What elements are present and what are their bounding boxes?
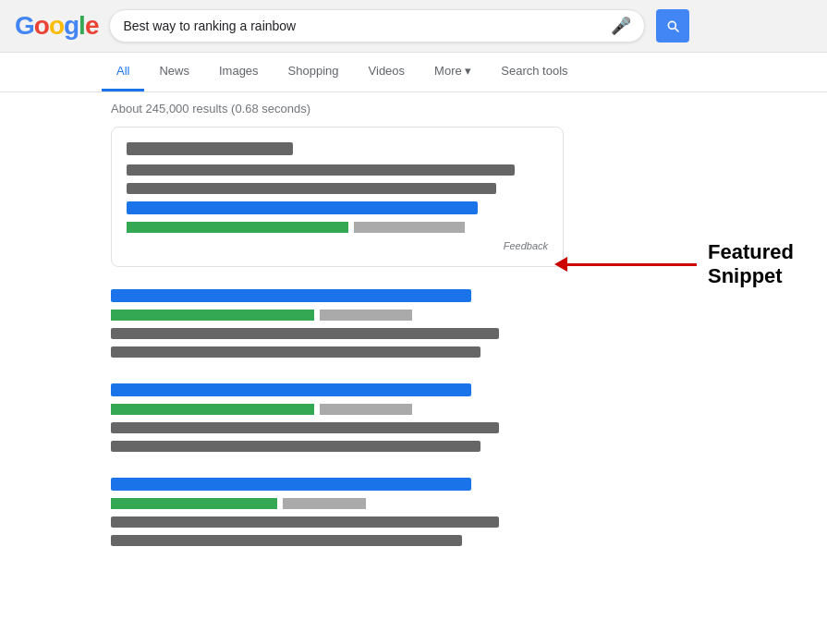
search-bar: 🎤: [109, 9, 645, 43]
result-3-desc-1: [111, 516, 499, 528]
result-2-title[interactable]: [111, 383, 471, 396]
featured-snippet-annotation: Featured Snippet: [554, 240, 827, 288]
result-3-title[interactable]: [111, 478, 471, 491]
tab-videos[interactable]: Videos: [354, 53, 420, 91]
result-1-url: [111, 310, 314, 321]
microphone-icon[interactable]: 🎤: [611, 16, 631, 36]
result-3-url-row: [111, 498, 564, 509]
arrow-head: [554, 257, 567, 272]
snippet-gray-bar: [354, 222, 465, 233]
snippet-green-bar: [127, 222, 348, 233]
result-1-desc-1: [111, 328, 499, 339]
tab-all[interactable]: All: [102, 53, 144, 91]
red-arrow: [554, 257, 697, 272]
google-logo: Google: [15, 11, 98, 41]
feedback-label[interactable]: Feedback: [127, 240, 548, 251]
snippet-text-bar-1: [127, 164, 515, 176]
result-item-1: [111, 289, 564, 358]
result-2-desc-2: [111, 441, 480, 452]
tab-shopping[interactable]: Shopping: [274, 53, 354, 91]
tab-news[interactable]: News: [144, 53, 204, 91]
result-item-3: [111, 478, 564, 546]
search-icon: [665, 18, 680, 33]
result-item-2: [111, 383, 564, 452]
tab-search-tools[interactable]: Search tools: [486, 53, 582, 91]
result-3-desc-2: [111, 535, 462, 546]
tab-more[interactable]: More ▾: [420, 53, 486, 91]
result-3-url: [111, 498, 277, 509]
result-2-desc-1: [111, 422, 499, 433]
result-1-cached: [320, 310, 412, 321]
header: Google 🎤: [0, 0, 827, 53]
snippet-title-bar: [127, 142, 293, 155]
search-button[interactable]: [656, 9, 689, 43]
results-count: About 245,000 results (0.68 seconds): [111, 102, 647, 115]
result-1-desc-2: [111, 346, 480, 358]
result-1-title[interactable]: [111, 289, 471, 302]
result-2-url: [111, 404, 314, 415]
result-3-cached: [283, 498, 366, 509]
annotation-label: Featured Snippet: [708, 240, 827, 288]
results-area: About 245,000 results (0.68 seconds) Fee…: [0, 92, 647, 581]
tab-images[interactable]: Images: [204, 53, 274, 91]
result-2-url-row: [111, 404, 564, 415]
snippet-bottom-row: [127, 222, 548, 233]
result-1-url-row: [111, 310, 564, 321]
snippet-text-bar-2: [127, 183, 496, 194]
arrow-line: [567, 263, 697, 266]
nav-tabs: All News Images Shopping Videos More ▾ S…: [0, 53, 827, 92]
snippet-link-bar[interactable]: [127, 201, 478, 214]
search-input[interactable]: [123, 18, 603, 33]
result-2-cached: [320, 404, 412, 415]
featured-snippet-box: Feedback: [111, 127, 564, 267]
